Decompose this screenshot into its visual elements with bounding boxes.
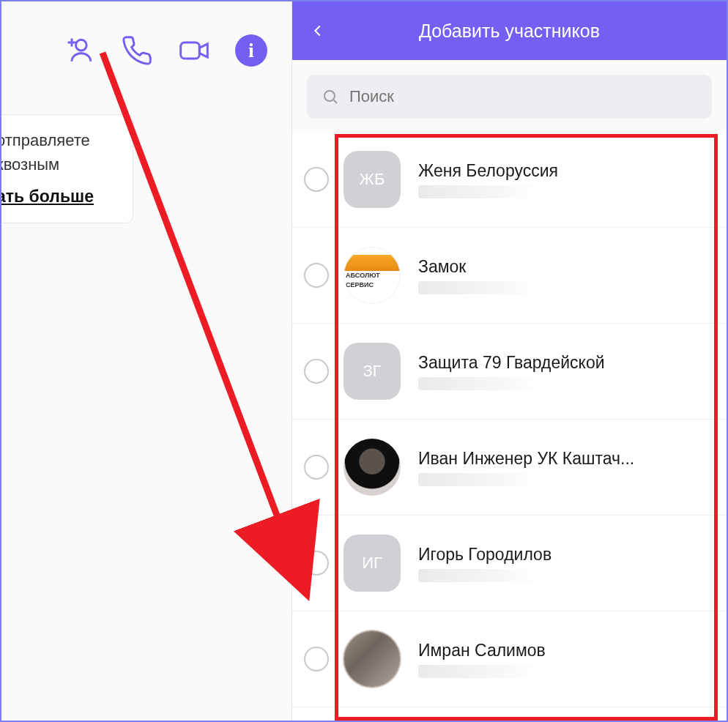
search-field[interactable] <box>307 75 712 119</box>
contact-sub-blur <box>418 665 543 678</box>
contact-sub-blur <box>418 473 543 486</box>
add-participants-panel: Добавить участников ЖБ Женя Белоруссия <box>291 1 727 721</box>
select-checkbox[interactable] <box>304 551 329 576</box>
video-icon[interactable] <box>176 32 212 69</box>
contact-row[interactable]: ИГ Игорь Городилов <box>292 516 727 611</box>
avatar <box>343 630 401 688</box>
contact-text: Женя Белоруссия <box>418 161 713 198</box>
contact-name: Иван Инженер УК Каштач... <box>418 449 713 469</box>
contact-name: Замок <box>418 257 713 277</box>
contact-text: Защита 79 Гвардейской <box>418 353 713 390</box>
contact-text: Имран Салимов <box>418 641 713 678</box>
avatar: ЗГ <box>343 343 401 400</box>
contact-sub-blur <box>418 377 543 390</box>
search-wrap <box>292 60 727 132</box>
svg-point-2 <box>324 91 335 101</box>
contact-name: Защита 79 Гвардейской <box>418 353 713 373</box>
avatar: ИГ <box>343 535 401 592</box>
panel-header: Добавить участников <box>292 1 727 60</box>
contact-text: Замок <box>418 257 713 294</box>
contact-sub-blur <box>418 185 543 198</box>
avatar: АБСОЛЮТ СЕРВИС <box>343 247 401 304</box>
search-icon <box>322 88 339 105</box>
contact-sub-blur <box>418 569 543 582</box>
select-checkbox[interactable] <box>304 359 329 384</box>
back-button[interactable] <box>292 1 343 60</box>
contact-row[interactable]: Имран Салимов <box>292 611 727 707</box>
contact-name: Игорь Городилов <box>418 545 713 565</box>
select-checkbox[interactable] <box>304 263 329 288</box>
contact-name: Женя Белоруссия <box>418 161 713 181</box>
contact-text: Иван Инженер УК Каштач... <box>418 449 713 486</box>
avatar: ЖБ <box>343 151 401 208</box>
msg-line: отправляете <box>1 128 116 152</box>
contact-name: Имран Салимов <box>418 641 713 660</box>
msg-line: квозным <box>1 152 116 176</box>
select-checkbox[interactable] <box>304 647 329 671</box>
select-checkbox[interactable] <box>304 455 329 480</box>
app-window: i отправляете квозным ать больше Добавит… <box>0 0 728 722</box>
left-toolbar: i <box>1 1 291 97</box>
contact-row[interactable]: АБСОЛЮТ СЕРВИС Замок <box>292 228 727 324</box>
contacts-list: ЖБ Женя Белоруссия АБСОЛЮТ СЕРВИС Замок <box>292 132 727 721</box>
contact-row[interactable]: ЗГ Защита 79 Гвардейской <box>292 324 727 420</box>
contact-row[interactable]: Иван Инженер УК Каштач... <box>292 420 727 516</box>
info-icon[interactable]: i <box>233 32 270 69</box>
contact-row[interactable]: ЖБ Женя Белоруссия <box>292 132 727 228</box>
search-input[interactable] <box>349 87 697 106</box>
panel-title: Добавить участников <box>343 21 727 42</box>
select-checkbox[interactable] <box>304 167 329 192</box>
svg-rect-1 <box>181 42 200 59</box>
encryption-message: отправляете квозным ать больше <box>1 114 133 223</box>
avatar <box>343 439 401 496</box>
contact-sub-blur <box>418 281 543 294</box>
call-icon[interactable] <box>119 32 155 69</box>
add-user-icon[interactable] <box>62 32 98 69</box>
contact-text: Игорь Городилов <box>418 545 713 582</box>
left-panel: i отправляете квозным ать больше <box>1 1 291 721</box>
svg-point-0 <box>76 40 87 51</box>
learn-more-link[interactable]: ать больше <box>1 184 94 209</box>
